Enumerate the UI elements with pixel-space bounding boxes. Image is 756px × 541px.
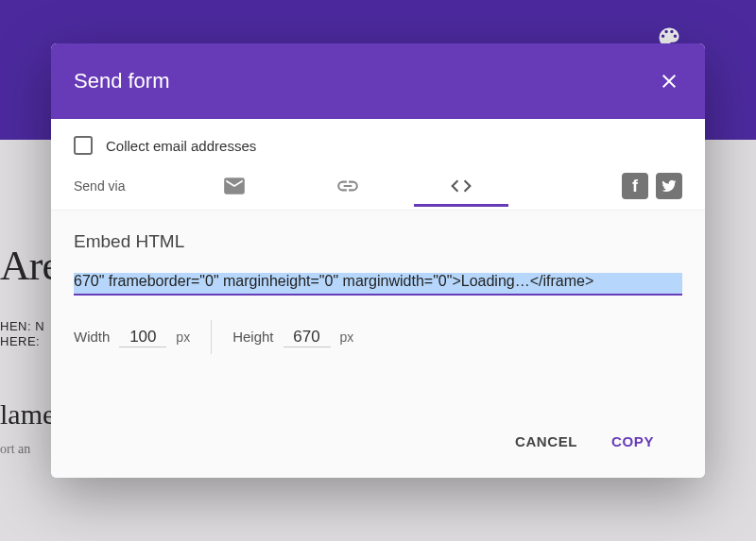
twitter-share-button[interactable]	[656, 173, 682, 199]
tab-email[interactable]	[178, 165, 291, 207]
link-icon	[335, 174, 360, 198]
send-via-label: Send via	[74, 178, 178, 194]
embed-heading: Embed HTML	[74, 231, 682, 252]
dialog-title: Send form	[74, 69, 170, 93]
copy-button[interactable]: COPY	[606, 426, 660, 457]
width-field: Width px	[74, 328, 190, 347]
height-label: Height	[232, 329, 273, 345]
embed-code-field[interactable]: 670" frameborder="0" marginheight="0" ma…	[74, 273, 682, 296]
embed-panel: Embed HTML 670" frameborder="0" marginhe…	[51, 210, 705, 478]
facebook-icon: f	[632, 177, 638, 196]
dialog-body: Collect email addresses Send via f	[51, 119, 705, 478]
collect-emails-checkbox[interactable]	[74, 136, 93, 155]
close-icon	[658, 70, 680, 93]
tab-link[interactable]	[291, 165, 404, 207]
facebook-share-button[interactable]: f	[622, 173, 648, 199]
width-input[interactable]	[119, 328, 166, 347]
collect-emails-row: Collect email addresses	[51, 119, 705, 168]
twitter-icon	[661, 178, 678, 194]
cancel-button[interactable]: CANCEL	[509, 426, 583, 457]
collect-emails-label: Collect email addresses	[106, 138, 256, 154]
social-share: f	[622, 173, 682, 199]
send-form-dialog: Send form Collect email addresses Send v…	[51, 43, 705, 478]
height-field: Height px	[232, 328, 353, 347]
width-unit: px	[176, 330, 190, 345]
tab-embed[interactable]	[404, 165, 518, 207]
height-input[interactable]	[284, 328, 331, 347]
code-icon	[449, 174, 473, 198]
close-button[interactable]	[656, 68, 682, 94]
width-label: Width	[74, 329, 110, 345]
send-via-row: Send via f	[51, 168, 705, 210]
email-icon	[222, 174, 247, 198]
dimensions-row: Width px Height px	[74, 320, 682, 354]
height-unit: px	[340, 330, 354, 345]
dialog-header: Send form	[51, 43, 705, 119]
field-divider	[211, 320, 212, 354]
dialog-actions: CANCEL COPY	[74, 405, 682, 478]
